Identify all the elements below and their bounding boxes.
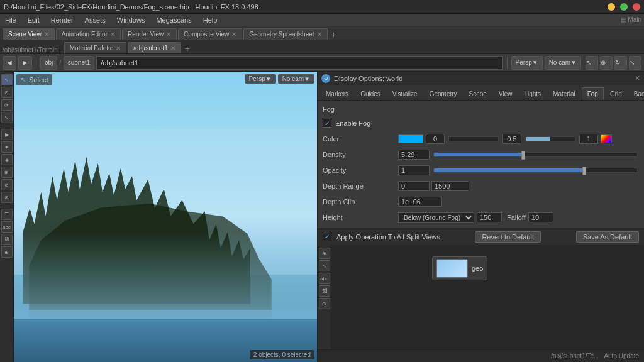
tab-close-render[interactable]: ✕ [166,31,171,38]
do-tab-fog[interactable]: Fog [582,87,604,100]
lt-tool10[interactable]: ⊛ [1,192,13,203]
tab-close-animation[interactable]: ✕ [110,31,115,38]
tab-close-scene[interactable]: ✕ [44,31,49,38]
lt-tool9[interactable]: ⊘ [1,179,13,190]
tab-scene-view[interactable]: Scene View ✕ [3,28,55,40]
fog-depth-range-val2[interactable]: 1500 [431,181,469,191]
fog-color-swatch[interactable] [398,134,423,143]
left-toolbar: ↖ ⊙ ⟳ ⤡ ▶ ✦ ◈ ⊞ ⊘ ⊛ ☰ abc 🖼 ⊕ [0,72,14,362]
maximize-button[interactable] [620,3,628,11]
viewport-persp-btn[interactable]: Persp▼ [245,74,276,84]
tool-select[interactable]: ↖ [586,56,598,70]
revert-default-button[interactable]: Revert to Default [475,231,541,243]
do-tab-view[interactable]: View [493,87,518,100]
do-tab-background[interactable]: Background [628,87,644,100]
viewport-select-toolbar: ↖ Select [16,74,52,85]
lt-tool8[interactable]: ⊞ [1,167,13,178]
tab-material-palette[interactable]: Material Palette ✕ [64,42,126,53]
minimize-button[interactable] [608,3,615,11]
do-tab-scene[interactable]: Scene [464,87,492,100]
ne-tool4[interactable]: 🖼 [319,285,330,297]
back-button[interactable]: ◀ [3,56,16,70]
menu-file[interactable]: File [3,15,19,25]
ne-tool2[interactable]: ⤡ [319,260,330,272]
persp-button[interactable]: Persp▼ [511,56,543,70]
ne-tool1[interactable]: ⊕ [319,248,330,259]
lt-select-tool[interactable]: ↖ [1,74,13,85]
viewport-nocam-btn[interactable]: No cam▼ [278,74,314,84]
workspace-label: ▤ Main [621,16,641,23]
tab-close-geo[interactable]: ✕ [317,31,322,38]
lt-tool5[interactable]: ▶ [1,129,13,140]
fog-density-slider[interactable] [433,152,638,157]
do-tab-geometry[interactable]: Geometry [424,87,463,100]
fog-color-slider2[interactable] [525,136,575,141]
menu-assets[interactable]: Assets [82,15,108,25]
fog-color-picker[interactable] [601,134,612,143]
lt-tool7[interactable]: ◈ [1,154,13,165]
node-canvas: geo [331,245,644,349]
fog-opacity-slider[interactable] [433,168,638,173]
fog-depth-range-val1[interactable]: 0 [398,181,430,191]
ne-tool3[interactable]: abc [319,273,330,284]
lt-tool12[interactable]: abc [1,221,13,233]
fog-density-value[interactable]: 5.29 [398,150,430,160]
geo-node[interactable]: geo [432,256,487,280]
viewport[interactable]: ↖ Select Persp▼ No cam▼ 2 objects, 0 sel… [14,72,317,362]
save-default-button[interactable]: Save As Default [576,231,639,243]
do-tab-material[interactable]: Material [547,87,581,100]
tab-close-composite[interactable]: ✕ [231,31,236,38]
fog-color-val2[interactable]: 0.5 [502,134,521,144]
tab-add-button-2[interactable]: + [182,43,192,53]
menu-help[interactable]: Help [201,15,220,25]
lt-tool4[interactable]: ⤡ [1,112,13,123]
path-input[interactable] [96,56,502,70]
do-tab-visualize[interactable]: Visualize [387,87,423,100]
lt-tool2[interactable]: ⊙ [1,87,13,98]
tab-composite-view[interactable]: Composite View ✕ [178,28,242,40]
menu-megascans[interactable]: Megascans [153,15,194,25]
apply-all-views-checkbox[interactable] [323,233,331,241]
fog-color-val1[interactable]: 0 [426,134,445,144]
lt-tool13[interactable]: 🖼 [1,234,13,245]
tab-geometry-spreadsheet[interactable]: Geometry Spreadsheet ✕ [243,28,327,40]
subnet-button[interactable]: subnet1 [64,56,95,70]
fog-height-mode-select[interactable]: Below (Ground Fog) [398,212,474,223]
menu-render[interactable]: Render [48,15,76,25]
forward-button[interactable]: ▶ [18,56,32,70]
tool-rotate[interactable]: ↻ [614,56,627,70]
fog-falloff-value[interactable]: 10 [528,212,553,222]
menu-edit[interactable]: Edit [25,15,42,25]
lt-tool14[interactable]: ⊕ [1,246,13,258]
menu-windows[interactable]: Windows [114,15,148,25]
ne-tool5[interactable]: ⊙ [319,298,330,309]
fog-height-value[interactable]: 150 [477,212,502,222]
do-tab-lights[interactable]: Lights [518,87,547,100]
lt-tool6[interactable]: ✦ [1,141,13,153]
tab-subnet1[interactable]: /obj/subnet1 ✕ [128,42,181,53]
do-tab-grid[interactable]: Grid [604,87,628,100]
fog-color-val3[interactable]: 1 [579,134,598,144]
lt-tool3[interactable]: ⟳ [1,99,13,111]
tab-animation-editor[interactable]: Animation Editor ✕ [56,28,121,40]
tool-move[interactable]: ⊕ [600,56,613,70]
display-options-tabs: Markers Guides Visualize Geometry Scene … [318,85,644,101]
obj-button[interactable]: obj [40,56,57,70]
tab-add-button[interactable]: + [329,30,339,40]
lt-tool11[interactable]: ☰ [1,209,13,220]
fog-enable-checkbox[interactable] [323,119,331,128]
fog-depth-clip-value[interactable]: 1e+06 [398,197,442,207]
do-tab-guides[interactable]: Guides [355,87,386,100]
nocam-button[interactable]: No cam▼ [545,56,581,70]
display-options-close[interactable]: ✕ [635,74,640,82]
node-editor-area: ⊕ ⤡ abc 🖼 ⊙ geo /obj/subnet1/Te... [318,245,644,362]
do-tab-markers[interactable]: Markers [320,87,354,100]
close-window-button[interactable] [633,3,640,11]
tab-close-material[interactable]: ✕ [116,45,121,52]
tabbar-secondary: /obj/subnet1/Terrain Material Palette ✕ … [0,40,644,54]
tab-render-view[interactable]: Render View ✕ [122,28,177,40]
fog-opacity-value[interactable]: 1 [398,165,430,175]
tab-close-subnet[interactable]: ✕ [170,45,175,52]
fog-color-slider1[interactable] [448,136,499,141]
tool-scale[interactable]: ⤡ [629,56,641,70]
